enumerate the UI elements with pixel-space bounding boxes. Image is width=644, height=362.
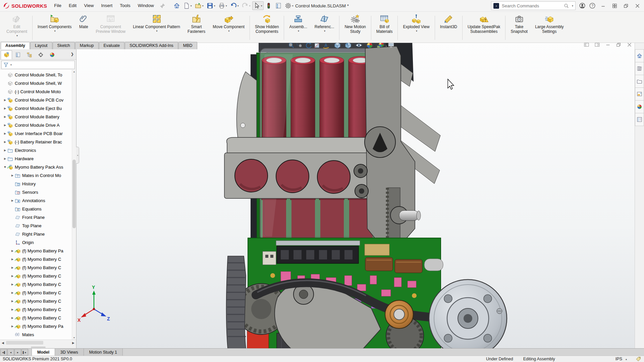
expand-arrow[interactable]: ▶ (10, 275, 15, 278)
command-tab[interactable]: Assembly (1, 42, 30, 49)
quickbar-button[interactable] (274, 1, 283, 10)
menu-item[interactable]: Edit (65, 0, 80, 11)
tree-item[interactable]: Front Plane (0, 213, 76, 222)
quickbar-button[interactable]: ▾ (240, 1, 252, 10)
ribbon-button[interactable]: Edit Component ▾ (3, 13, 31, 43)
expand-arrow[interactable]: ▶ (10, 316, 15, 319)
menu-item[interactable]: Window (134, 0, 158, 11)
search-caret[interactable]: ▾ (572, 4, 573, 7)
menu-item[interactable]: View (80, 0, 97, 11)
search-input[interactable] (501, 3, 561, 9)
expand-arrow[interactable]: ▶ (10, 291, 15, 294)
expand-arrow[interactable]: ▶ (10, 249, 15, 252)
tree-item[interactable]: Origin (0, 238, 76, 247)
panel-tabs-expand-chevron[interactable]: ❯ (71, 52, 76, 58)
dropdown-caret[interactable]: ▾ (416, 29, 417, 33)
ribbon-button[interactable]: Mate (75, 13, 92, 43)
tree-item[interactable]: ▶ (f) Myomo Battery Pa (0, 247, 76, 255)
dropdown-caret[interactable]: ▾ (249, 4, 251, 7)
dropdown-caret[interactable]: ▾ (292, 4, 293, 7)
ribbon-button[interactable]: Linear Component Pattern ▾ (129, 13, 184, 43)
dropdown-caret[interactable]: ▾ (395, 44, 397, 47)
tree-item[interactable]: ▶ Mates in Control Mo (0, 171, 76, 180)
tree-filter-box[interactable]: ▾ (1, 61, 75, 69)
ribbon-button[interactable]: Component Preview Window (92, 13, 129, 43)
tree-item[interactable]: ▶ Electronics (0, 146, 76, 155)
expand-arrow[interactable]: ▶ (3, 115, 7, 118)
viewport-3d-model[interactable]: Y X Z (76, 41, 635, 349)
ribbon-button[interactable]: Insert Components ▾ (34, 13, 75, 43)
tree-item[interactable]: Right Plane (0, 230, 76, 238)
menu-item[interactable]: Tools (116, 0, 134, 11)
scroll-left-arrow[interactable]: ◀ (0, 340, 6, 345)
ribbon-button[interactable]: Bill of Materials (373, 13, 396, 43)
graphics-viewport[interactable]: Y X Z (76, 41, 635, 349)
expand-arrow[interactable]: ▼ (3, 166, 7, 169)
expand-arrow[interactable]: ▶ (10, 258, 15, 261)
document-tab[interactable]: Motion Study 1 (84, 349, 123, 356)
ribbon-button[interactable]: Exploded View ▾ (399, 13, 433, 43)
scroll-right-arrow[interactable]: ▶ (70, 340, 76, 345)
tree-item[interactable]: ▶ Control Module PCB Cov (0, 96, 76, 104)
tree-item[interactable]: ▶ (f) Myomo Battery C (0, 263, 76, 272)
window-minimize-button[interactable] (599, 2, 607, 10)
tree-item[interactable]: (-) Control Module Moto (0, 87, 76, 96)
panel-tab[interactable] (46, 50, 58, 59)
window-layout-button[interactable] (610, 2, 619, 10)
task-pane-button[interactable] (635, 75, 644, 88)
task-pane-button[interactable] (635, 87, 644, 101)
expand-arrow[interactable]: ▶ (10, 266, 15, 269)
units-selector[interactable]: IPS (615, 357, 622, 361)
command-tab[interactable]: Sketch (53, 42, 75, 49)
ribbon-button[interactable]: Referenc... ▾ (311, 13, 338, 43)
tree-item[interactable]: ▶ (f) Myomo Battery C (0, 305, 76, 314)
expand-arrow[interactable]: ▶ (10, 283, 15, 286)
expand-arrow[interactable]: ▶ (3, 149, 7, 152)
ribbon-button[interactable]: Show Hidden Components (251, 13, 282, 43)
quickbar-button[interactable]: ▾ (283, 1, 295, 10)
dropdown-caret[interactable]: ▾ (228, 29, 230, 33)
panel-tab[interactable] (1, 50, 12, 59)
quickbar-button[interactable] (172, 1, 181, 10)
tree-item[interactable]: ▶ (f) Myomo Battery C (0, 314, 76, 322)
task-pane-button[interactable] (635, 49, 644, 62)
dropdown-caret[interactable]: ▾ (16, 34, 18, 37)
expand-arrow[interactable]: ▶ (10, 300, 15, 303)
quickbar-button[interactable]: ▾ (182, 1, 193, 10)
tree-item[interactable]: ▶ Annotations (0, 196, 76, 205)
expand-arrow[interactable]: ▶ (10, 199, 15, 202)
expand-arrow[interactable]: ▶ (3, 132, 7, 135)
dropdown-caret[interactable]: ▾ (261, 4, 262, 7)
expand-arrow[interactable]: ▶ (3, 99, 7, 102)
ribbon-button[interactable]: Assemb... ▾ (285, 13, 311, 43)
tree-item[interactable]: ▶ User Interface PCB Boar (0, 129, 76, 138)
tree-item[interactable]: ▼ Myomo Battery Pack Ass (0, 163, 76, 171)
tree-item[interactable]: ▶ (f) Myomo Battery C (0, 297, 76, 305)
expand-arrow[interactable]: ▶ (10, 325, 15, 328)
quickbar-button[interactable]: ▾ (229, 1, 240, 10)
quickbar-button[interactable]: ▾ (194, 1, 205, 10)
scrollbar-thumb[interactable] (6, 341, 43, 345)
tree-item[interactable]: ▶ (f) Myomo Battery C (0, 289, 76, 297)
task-pane-button[interactable] (635, 113, 644, 126)
tab-scroll-last-button[interactable]: ▌► (21, 349, 28, 356)
panel-tab[interactable] (35, 50, 46, 59)
window-close-button[interactable] (633, 2, 641, 10)
expand-arrow[interactable]: ▶ (10, 174, 15, 177)
tree-item[interactable]: Equations (0, 205, 76, 213)
dropdown-caret[interactable]: ▾ (202, 4, 204, 7)
dropdown-caret[interactable]: ▾ (191, 4, 192, 7)
dropdown-caret[interactable]: ▾ (214, 4, 215, 7)
dropdown-caret[interactable]: ▾ (363, 44, 365, 47)
expand-arrow[interactable]: ▶ (3, 124, 7, 127)
copper-roller[interactable] (385, 300, 413, 328)
dropdown-caret[interactable]: ▾ (324, 29, 325, 33)
tree-item[interactable]: Sensors (0, 188, 76, 196)
tree-item[interactable]: Control Module Shell, W (0, 79, 76, 87)
tab-scroll-first-button[interactable]: ◄▌ (0, 349, 7, 356)
tree-item[interactable]: ▶ (f) Myomo Battery Pa (0, 322, 76, 330)
tag-icon[interactable] (636, 356, 641, 362)
tab-scroll-left-button[interactable]: ◄ (7, 349, 14, 356)
dropdown-caret[interactable]: ▾ (342, 44, 343, 47)
command-tab[interactable]: SOLIDWORKS Add-Ins (125, 42, 178, 49)
